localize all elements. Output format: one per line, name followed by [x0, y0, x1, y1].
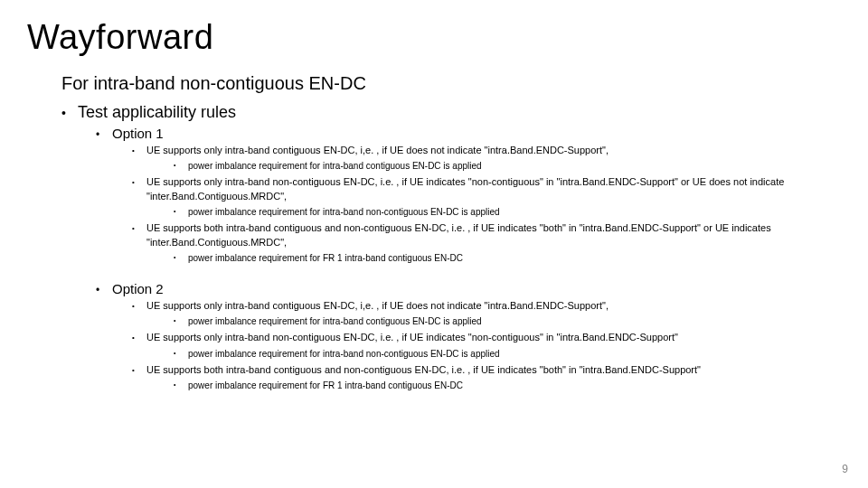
list-item: UE supports only intra-band non-contiguo… — [132, 175, 841, 219]
list-item: power imbalance requirement for intra-ba… — [174, 314, 841, 328]
option-label: Option 1 — [112, 126, 164, 141]
list-item: UE supports only intra-band non-contiguo… — [132, 331, 841, 360]
list-item: power imbalance requirement for FR 1 int… — [174, 379, 841, 392]
l3-text: UE supports both intra-band contiguous a… — [146, 222, 771, 247]
list-item: UE supports only intra-band contiguous E… — [132, 299, 841, 328]
bullet-list-l3: UE supports only intra-band contiguous E… — [132, 144, 841, 265]
l4-text: power imbalance requirement for intra-ba… — [188, 349, 500, 359]
l4-text: power imbalance requirement for FR 1 int… — [188, 380, 463, 390]
l3-text: UE supports only intra-band non-contiguo… — [146, 176, 784, 201]
bullet-list-l4: power imbalance requirement for intra-ba… — [174, 205, 841, 219]
l4-text: power imbalance requirement for intra-ba… — [188, 316, 482, 326]
slide: Wayforward For intra-band non-contiguous… — [0, 0, 868, 488]
option-label: Option 2 — [112, 281, 164, 296]
list-item: Option 2 UE supports only intra-band con… — [96, 281, 841, 392]
l3-text: UE supports only intra-band contiguous E… — [146, 145, 609, 155]
list-item: UE supports only intra-band contiguous E… — [132, 144, 841, 173]
list-item: Option 1 UE supports only intra-band con… — [96, 126, 841, 265]
list-item: UE supports both intra-band contiguous a… — [132, 363, 841, 392]
l3-text: UE supports both intra-band contiguous a… — [146, 364, 701, 375]
l4-text: power imbalance requirement for intra-ba… — [188, 161, 482, 171]
l3-text: UE supports only intra-band contiguous E… — [146, 300, 609, 311]
bullet-list-l4: power imbalance requirement for FR 1 int… — [174, 379, 841, 392]
bullet-list-l4: power imbalance requirement for FR 1 int… — [174, 251, 841, 265]
list-item: power imbalance requirement for intra-ba… — [174, 205, 841, 219]
bullet-list-l3: UE supports only intra-band contiguous E… — [132, 299, 841, 392]
slide-title: Wayforward — [27, 18, 841, 57]
slide-subtitle: For intra-band non-contiguous EN-DC — [61, 73, 841, 94]
list-item: Test applicability rules Option 1 UE sup… — [61, 103, 841, 392]
bullet-list-l4: power imbalance requirement for intra-ba… — [174, 159, 841, 173]
bullet-list-l4: power imbalance requirement for intra-ba… — [174, 314, 841, 328]
l1-text: Test applicability rules — [78, 103, 236, 121]
list-item: power imbalance requirement for intra-ba… — [174, 159, 841, 173]
list-item: power imbalance requirement for FR 1 int… — [174, 251, 841, 265]
page-number: 9 — [842, 463, 848, 475]
bullet-list-l4: power imbalance requirement for intra-ba… — [174, 347, 841, 361]
bullet-list-l2: Option 1 UE supports only intra-band con… — [96, 126, 841, 392]
list-item: power imbalance requirement for intra-ba… — [174, 347, 841, 361]
spacer — [96, 268, 841, 277]
l4-text: power imbalance requirement for FR 1 int… — [188, 253, 463, 263]
l3-text: UE supports only intra-band non-contiguo… — [146, 332, 678, 343]
l4-text: power imbalance requirement for intra-ba… — [188, 207, 500, 217]
bullet-list-l1: Test applicability rules Option 1 UE sup… — [61, 103, 841, 392]
list-item: UE supports both intra-band contiguous a… — [132, 221, 841, 265]
